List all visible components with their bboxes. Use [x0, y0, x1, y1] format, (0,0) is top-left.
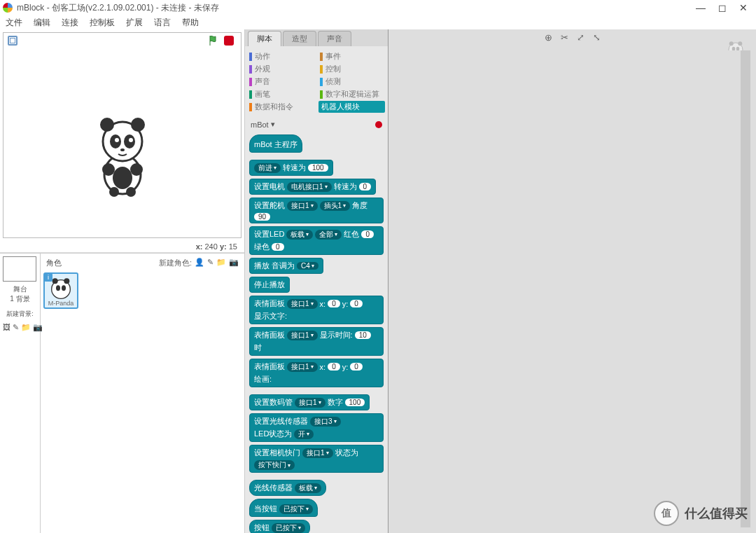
category-数字和逻辑运算[interactable]: 数字和逻辑运算: [318, 88, 385, 100]
menu-编辑[interactable]: 编辑: [34, 17, 50, 29]
cut-icon[interactable]: ✂: [561, 32, 568, 43]
dropdown[interactable]: 前进: [254, 163, 281, 173]
app-logo-icon: [3, 3, 13, 13]
menu-语言[interactable]: 语言: [154, 17, 171, 29]
tab-costume[interactable]: 造型: [283, 31, 316, 46]
robot-selector[interactable]: mBot ▾: [245, 117, 388, 132]
editor-tabs: 脚本 造型 声音: [245, 29, 388, 46]
script-canvas[interactable]: ⊕ ✂ ⤢ ⤡ x: -8 y: -13 值 什么值得买: [388, 29, 756, 533]
category-数据和指令[interactable]: 数据和指令: [248, 101, 314, 113]
block[interactable]: 表情面板接口1x:0y:0显示文字:: [249, 296, 384, 324]
input-pill[interactable]: 0: [328, 363, 340, 371]
dropdown[interactable]: 板载: [286, 230, 313, 240]
stage-area[interactable]: [4, 48, 241, 237]
dropdown[interactable]: 电机接口1: [287, 182, 332, 192]
upload-icon[interactable]: 📁: [21, 323, 31, 332]
svg-point-18: [62, 285, 66, 291]
input-pill[interactable]: 10: [355, 331, 371, 339]
input-pill[interactable]: 0: [359, 183, 372, 191]
sprite-info-icon[interactable]: i: [44, 273, 52, 282]
fullscreen-icon[interactable]: [8, 36, 18, 46]
tab-script[interactable]: 脚本: [248, 31, 281, 46]
dropdown[interactable]: C4: [297, 262, 318, 270]
input-pill[interactable]: 90: [254, 213, 270, 221]
menu-控制板[interactable]: 控制板: [90, 17, 115, 29]
block[interactable]: 设置舵机接口1插头1角度90: [249, 198, 384, 223]
block[interactable]: 设置数码管接口1数字100: [249, 394, 370, 410]
category-声音[interactable]: 声音: [248, 76, 314, 88]
dropdown[interactable]: 插头1: [320, 201, 351, 211]
dropdown[interactable]: 接口1: [287, 299, 318, 309]
category-机器人模块[interactable]: 机器人模块: [318, 101, 385, 113]
block[interactable]: 按钮已按下: [249, 520, 310, 533]
category-外观[interactable]: 外观: [248, 63, 314, 75]
input-pill[interactable]: 100: [308, 164, 328, 172]
menu-扩展[interactable]: 扩展: [126, 17, 143, 29]
dropdown[interactable]: 接口1: [287, 362, 318, 372]
paint-icon[interactable]: 🖼: [3, 323, 10, 332]
block[interactable]: 当按钮已按下: [249, 499, 318, 517]
category-动作[interactable]: 动作: [248, 50, 314, 62]
block[interactable]: 停止播放: [249, 277, 290, 293]
input-pill[interactable]: 0: [350, 300, 363, 307]
dropdown[interactable]: 按下快门: [254, 460, 295, 470]
input-pill[interactable]: 0: [328, 300, 340, 307]
dropdown[interactable]: 开: [294, 429, 314, 439]
dropdown[interactable]: 接口3: [310, 417, 341, 427]
block[interactable]: 设置相机快门接口1状态为按下快门: [249, 445, 384, 473]
svg-point-2: [102, 163, 115, 176]
block-palette: 脚本 造型 声音 动作事件外观控制声音侦测画笔数字和逻辑运算数据和指令机器人模块…: [245, 29, 388, 533]
panda-sprite[interactable]: [88, 115, 158, 199]
block[interactable]: mBot 主程序: [249, 134, 302, 153]
category-控制[interactable]: 控制: [318, 63, 385, 75]
input-pill[interactable]: 0: [361, 230, 374, 238]
category-画笔[interactable]: 画笔: [248, 88, 314, 100]
block[interactable]: 光线传感器板载: [249, 480, 326, 496]
category-事件[interactable]: 事件: [318, 50, 385, 62]
dropdown[interactable]: 接口1: [287, 331, 318, 340]
dropdown[interactable]: 板载: [295, 483, 321, 493]
minimize-button[interactable]: —: [696, 2, 706, 13]
block[interactable]: 表情面板接口1显示时间:10时: [249, 327, 384, 356]
grow-icon[interactable]: ⤢: [577, 32, 584, 43]
sprite-camera-icon[interactable]: 📷: [229, 258, 239, 268]
stop-icon[interactable]: [224, 36, 234, 46]
menu-连接[interactable]: 连接: [62, 17, 78, 29]
stage-column: 舞台 1 背景 新建背景: 🖼 ✎ 📁 📷: [0, 254, 41, 533]
menu-文件[interactable]: 文件: [6, 17, 22, 29]
input-pill[interactable]: 100: [345, 399, 365, 406]
input-pill[interactable]: 0: [272, 243, 284, 251]
input-pill[interactable]: 0: [350, 363, 363, 371]
svg-point-13: [120, 148, 125, 151]
menu-帮助[interactable]: 帮助: [182, 17, 199, 29]
block[interactable]: 设置LED板载全部红色0绿色0: [249, 226, 384, 255]
svg-point-17: [56, 285, 60, 291]
dropdown[interactable]: 接口1: [302, 448, 333, 458]
close-button[interactable]: ✕: [739, 2, 748, 13]
dropdown[interactable]: 已按下: [279, 504, 313, 514]
left-panel: x: 240 y: 15 舞台 1 背景 新建背景: 🖼 ✎ 📁 📷 角色: [0, 29, 245, 533]
tab-sound[interactable]: 声音: [318, 31, 351, 46]
stage-thumbnail[interactable]: [3, 256, 36, 282]
block[interactable]: 表情面板接口1x:0y:0绘画:: [249, 359, 384, 387]
brush-icon[interactable]: ✎: [13, 323, 19, 332]
dropdown[interactable]: 接口1: [287, 201, 318, 211]
sprite-thumbnail[interactable]: i M-Panda: [43, 272, 78, 309]
block[interactable]: 设置光线传感器接口3LED状态为开: [249, 413, 384, 442]
stamp-icon[interactable]: ⊕: [545, 32, 552, 43]
green-flag-icon[interactable]: [209, 35, 220, 46]
window-title: mBlock - 创客工场(v2.2.1.09.02.001) - 未连接 - …: [17, 2, 219, 14]
block[interactable]: 播放 音调为C4: [249, 258, 323, 274]
sprite-upload-icon[interactable]: 📁: [216, 258, 226, 268]
dropdown[interactable]: 已按下: [272, 523, 305, 533]
dropdown[interactable]: 接口1: [295, 398, 326, 408]
dropdown[interactable]: 全部: [315, 230, 342, 240]
category-侦测[interactable]: 侦测: [318, 76, 385, 88]
block[interactable]: 设置电机电机接口1转速为0: [249, 179, 376, 195]
sprite-lib-icon[interactable]: 👤: [195, 258, 204, 268]
block[interactable]: 前进转速为100: [249, 160, 333, 176]
svg-point-3: [130, 163, 143, 176]
maximize-button[interactable]: ◻: [718, 2, 727, 13]
sprite-paint-icon[interactable]: ✎: [207, 258, 214, 268]
shrink-icon[interactable]: ⤡: [593, 32, 601, 43]
